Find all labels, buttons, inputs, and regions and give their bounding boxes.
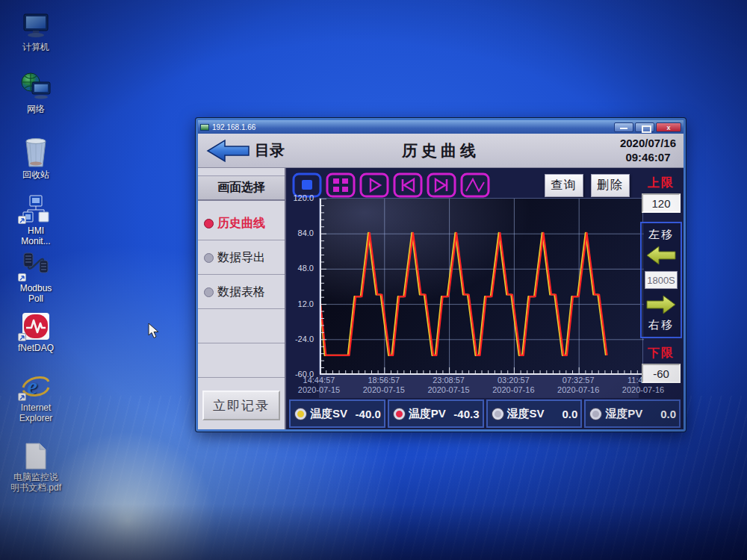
datetime-display: 2020/07/16 09:46:07 — [620, 137, 676, 165]
legend-item-temp-sv[interactable]: 温度SV -40.0 — [289, 399, 385, 428]
desktop-icon-network[interactable]: 网络 — [1, 71, 70, 115]
upper-limit-label: 上限 — [640, 175, 682, 191]
grid-view-icon[interactable] — [326, 172, 356, 198]
window-title: 192.168.1.66 — [212, 123, 255, 131]
y-axis-label: 120.0 — [293, 193, 314, 202]
window-titlebar[interactable]: 192.168.1.66 x — [198, 120, 684, 134]
date-value: 2020/07/16 — [620, 137, 676, 151]
legend-item-humidity-sv[interactable]: 湿度SV 0.0 — [486, 399, 583, 428]
fnetdaq-icon — [1, 310, 70, 341]
scroll-panel: 左移 1800S 右移 — [640, 222, 682, 338]
legend-item-humidity-pv[interactable]: 湿度PV 0.0 — [584, 399, 681, 428]
radio-dot-icon — [204, 219, 214, 228]
recycle-bin-icon — [1, 137, 70, 168]
shortcut-arrow-icon — [18, 393, 26, 401]
desktop-icon-hmi-monitor[interactable]: HMIMonit... — [1, 193, 70, 247]
x-axis-label: 14:44:572020-07-15 — [298, 376, 340, 395]
skip-to-end-icon[interactable] — [427, 172, 456, 198]
desktop-icon-recycle-bin[interactable]: 回收站 — [1, 137, 70, 181]
y-axis-label: 48.0 — [298, 264, 314, 273]
query-button[interactable]: 查询 — [545, 174, 583, 197]
curve-icon[interactable] — [460, 172, 490, 198]
shortcut-arrow-icon — [18, 333, 26, 341]
page-title: 历史曲线 — [198, 140, 684, 161]
move-left-button[interactable] — [645, 244, 678, 267]
temp-pv-dot-icon — [394, 408, 405, 420]
sidebar-header: 画面选择 — [198, 175, 285, 201]
x-axis-label: 23:08:572020-07-15 — [427, 376, 469, 395]
network-icon — [1, 71, 70, 102]
play-icon[interactable] — [359, 172, 389, 198]
sidebar-item-data-table[interactable]: 数据表格 — [198, 276, 285, 309]
x-axis-label: 07:32:572020-07-16 — [557, 376, 599, 395]
x-axis-label: 03:20:572020-07-16 — [492, 376, 534, 395]
scale-controls: 上限 120 左移 1800S 右移 下限 -60 — [640, 168, 682, 383]
humidity-sv-dot-icon — [492, 408, 503, 420]
desktop: { "desktop": { "icons": [ {"line1": "计算机… — [0, 0, 747, 560]
app-header: 历史曲线 目录 2020/07/16 09:46:07 — [198, 134, 684, 168]
move-right-button[interactable] — [645, 293, 678, 316]
desktop-icon-pdf-document[interactable]: 电脑监控说明书文档.pdf — [1, 439, 70, 494]
minimize-button[interactable] — [614, 122, 633, 132]
shortcut-arrow-icon — [18, 216, 26, 224]
y-axis-label: 12.0 — [298, 299, 314, 308]
sidebar-item-data-export[interactable]: 数据导出 — [198, 241, 285, 275]
humidity-pv-dot-icon — [590, 408, 601, 420]
sidebar-empty-row — [198, 344, 285, 378]
legend-item-temp-pv[interactable]: 温度PV -40.3 — [388, 399, 484, 428]
pdf-document-icon — [1, 439, 70, 470]
main-panel: 查询 删除 120.084.048.012.0-24.0-60.0 14:44:… — [286, 168, 684, 429]
mouse-cursor — [148, 323, 160, 339]
window-app-icon — [200, 124, 209, 131]
trend-toolbar — [292, 172, 490, 199]
sidebar-empty-row — [198, 310, 285, 343]
temp-sv-dot-icon — [295, 408, 306, 420]
lower-limit-value[interactable]: -60 — [642, 364, 681, 383]
y-axis-label: -24.0 — [295, 335, 314, 343]
y-axis-labels: 120.084.048.012.0-24.0-60.0 — [286, 198, 317, 374]
delete-button[interactable]: 删除 — [591, 174, 630, 197]
x-axis-label: 18:56:572020-07-15 — [363, 376, 405, 395]
maximize-button[interactable] — [635, 122, 654, 132]
radio-dot-icon — [204, 253, 214, 263]
close-button[interactable]: x — [656, 122, 681, 132]
sidebar-item-history-curve[interactable]: 历史曲线 — [198, 207, 285, 240]
desktop-icon-modbus-poll[interactable]: ModbusPoll — [1, 250, 70, 305]
legend-bar: 温度SV -40.0 温度PV -40.3 湿度SV 0.0 湿度PV 0.0 — [289, 399, 681, 428]
desktop-icon-internet-explorer[interactable]: e InternetExplorer — [1, 370, 70, 424]
time-value: 09:46:07 — [620, 151, 676, 165]
move-right-label: 右移 — [644, 318, 678, 332]
x-axis-labels: 14:44:572020-07-1518:56:572020-07-1523:0… — [319, 376, 643, 398]
modbus-poll-icon — [1, 250, 70, 281]
hmi-monitor-icon — [1, 193, 70, 224]
computer-icon — [1, 9, 70, 40]
desktop-icon-computer[interactable]: 计算机 — [1, 9, 70, 53]
y-axis-label: 84.0 — [298, 228, 314, 237]
sidebar: 画面选择 历史曲线 数据导出 数据表格 立即记录 — [198, 168, 286, 429]
skip-to-start-icon[interactable] — [393, 172, 423, 198]
hmi-window: 192.168.1.66 x 历史曲线 目录 2020/07/16 09:46:… — [196, 118, 686, 432]
move-left-label: 左移 — [644, 228, 678, 242]
scroll-interval-value[interactable]: 1800S — [645, 271, 678, 289]
record-now-button[interactable]: 立即记录 — [202, 391, 280, 420]
upper-limit-value[interactable]: 120 — [642, 193, 681, 213]
trend-chart[interactable] — [319, 198, 643, 374]
radio-dot-icon — [204, 287, 214, 297]
shortcut-arrow-icon — [18, 273, 26, 281]
desktop-icon-fnetdaq[interactable]: fNetDAQ — [1, 310, 70, 354]
internet-explorer-icon: e — [1, 370, 70, 401]
lower-limit-label: 下限 — [640, 346, 682, 361]
